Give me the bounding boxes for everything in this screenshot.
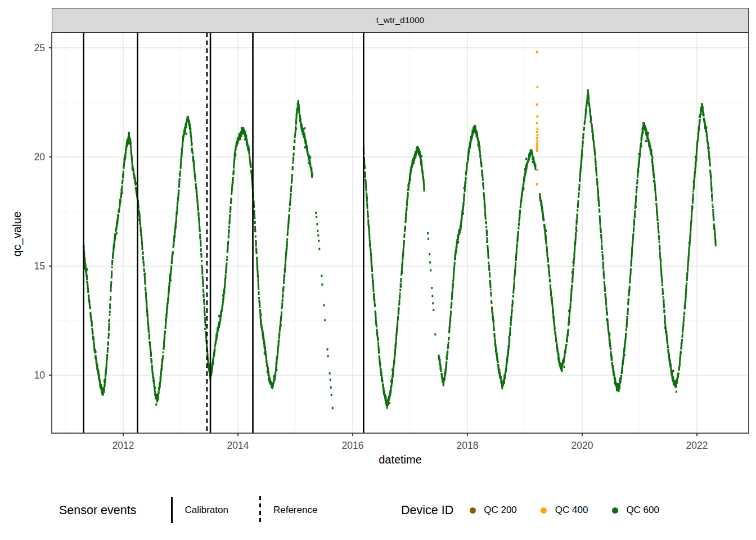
legend-label-calibration: Calibraton [184, 505, 228, 516]
legend-device-id: Device ID QC 200 QC 400 QC 600 [401, 490, 659, 530]
legend-label-qc400: QC 400 [555, 505, 588, 516]
svg-text:2022: 2022 [686, 440, 708, 451]
plot-area: 20122014201620182020202210152025 [0, 0, 756, 456]
svg-text:2020: 2020 [572, 440, 593, 451]
svg-text:10: 10 [34, 370, 46, 381]
qc600-dot-key [604, 496, 626, 525]
legend-label-reference: Reference [273, 505, 317, 516]
legend-label-qc600: QC 600 [626, 505, 659, 516]
chart-page: t_wtr_d1000 2012201420162018202020221015… [0, 0, 756, 540]
svg-text:2016: 2016 [342, 440, 364, 451]
qc600-dot-icon [612, 507, 618, 514]
qc400-dot-key [533, 496, 555, 525]
legend-label-qc200: QC 200 [484, 505, 517, 516]
y-axis-title: qc_value [11, 212, 24, 256]
legend-sensor-events: Sensor events Calibraton Reference [59, 490, 317, 530]
qc200-dot-icon [470, 507, 476, 514]
legend-sensor-events-title: Sensor events [59, 503, 136, 518]
svg-text:2014: 2014 [227, 440, 249, 451]
svg-text:20: 20 [34, 151, 46, 163]
qc400-dot-icon [541, 507, 547, 514]
svg-text:2012: 2012 [112, 440, 134, 451]
svg-text:2018: 2018 [457, 440, 479, 451]
qc200-dot-key [461, 496, 484, 525]
legend-row: Sensor events Calibraton Reference Devic… [0, 490, 756, 530]
calibration-line-key [159, 496, 184, 525]
svg-text:25: 25 [34, 42, 45, 53]
svg-text:15: 15 [34, 260, 45, 272]
reference-line-key [248, 496, 273, 525]
solid-line-icon [171, 497, 173, 523]
x-axis-title: datetime [52, 453, 749, 466]
dashed-line-icon [259, 496, 261, 524]
legend-device-id-title: Device ID [401, 503, 453, 518]
